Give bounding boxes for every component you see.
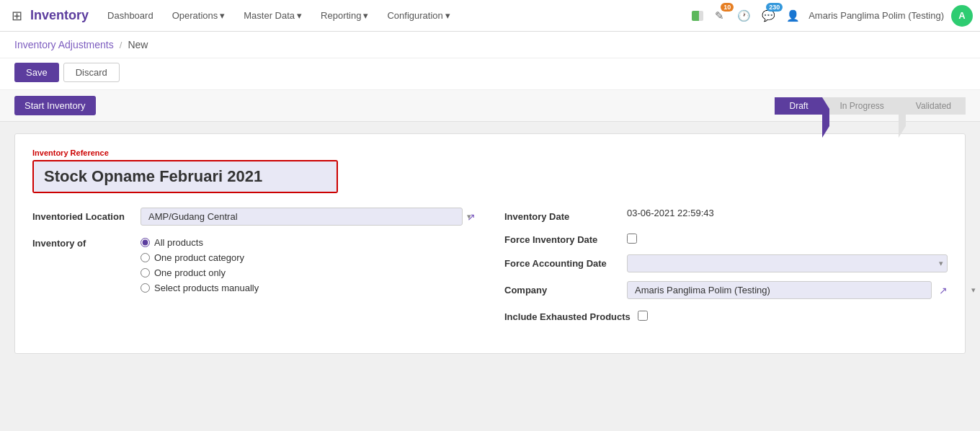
main-content: Inventory Reference Inventoried Location… (0, 122, 980, 365)
chevron-down-icon: ▾ (445, 10, 450, 21)
start-inventory-button[interactable]: Start Inventory (14, 96, 96, 115)
radio-group: All products One product category One pr… (141, 234, 476, 293)
status-steps: Draft In Progress Validated (775, 97, 966, 115)
company-row: Company Amaris Panglima Polim (Testing) … (504, 281, 948, 299)
progress-bar-icon (692, 11, 703, 21)
chat-badge[interactable]: 💬 230 (760, 7, 777, 25)
radio-one-category-input[interactable] (141, 253, 150, 262)
inventory-of-label: Inventory of (32, 234, 133, 249)
clock-badge[interactable]: 🕐 (735, 7, 752, 25)
avatar[interactable]: A (951, 5, 973, 27)
inventoried-location-value: AMP/Gudang Central ▾ ↗ (141, 208, 476, 226)
force-inventory-date-checkbox[interactable] (627, 234, 637, 244)
inventory-date-display: 03-06-2021 22:59:43 (627, 204, 714, 218)
inventory-date-row: Inventory Date 03-06-2021 22:59:43 (504, 208, 948, 222)
clock-icon: 🕐 (735, 7, 752, 25)
external-link-icon[interactable]: ↗ (467, 211, 476, 223)
inventory-date-value: 03-06-2021 22:59:43 (627, 208, 948, 218)
status-step-validated: Validated (899, 97, 966, 115)
include-exhausted-label: Include Exhausted Products (504, 308, 631, 322)
force-accounting-date-select-wrap: ▾ (627, 254, 948, 272)
form-left: Inventoried Location AMP/Gudang Central … (32, 208, 476, 332)
activity-icon: 👤 (784, 7, 801, 25)
user-name[interactable]: Amaris Panglima Polim (Testing) (808, 10, 944, 21)
form-card: Inventory Reference Inventoried Location… (14, 133, 966, 354)
action-bar: Save Discard (0, 58, 980, 90)
company-value: Amaris Panglima Polim (Testing) ▾ ↗ (627, 281, 948, 299)
discard-button[interactable]: Discard (63, 63, 120, 82)
radio-select-manually-input[interactable] (141, 283, 150, 293)
top-navigation: ⊞ Inventory Dashboard Operations ▾ Maste… (0, 0, 980, 32)
include-exhausted-value (638, 308, 948, 323)
nav-dashboard[interactable]: Dashboard (100, 7, 161, 24)
chevron-down-icon: ▾ (297, 10, 302, 21)
activity-badge[interactable]: 👤 (784, 7, 801, 25)
company-external-link-icon[interactable]: ↗ (939, 285, 948, 296)
radio-all-products-label: All products (154, 237, 203, 248)
radio-one-category-label: One product category (154, 252, 244, 263)
company-label: Company (504, 281, 620, 296)
form-grid: Inventoried Location AMP/Gudang Central … (32, 208, 948, 332)
inventory-of-value: All products One product category One pr… (141, 234, 476, 293)
edit-count: 10 (721, 3, 734, 12)
nav-right-section: ✎ 10 🕐 💬 230 👤 Amaris Panglima Polim (Te… (692, 5, 973, 27)
chat-count: 230 (766, 3, 783, 12)
radio-all-products-input[interactable] (141, 238, 150, 247)
inventory-reference-input[interactable] (34, 161, 337, 192)
inventoried-location-select[interactable]: AMP/Gudang Central (141, 208, 463, 226)
radio-one-product-input[interactable] (141, 268, 150, 277)
inventoried-location-select-wrap: AMP/Gudang Central ▾ ↗ (141, 208, 476, 226)
force-accounting-date-label: Force Accounting Date (504, 254, 620, 269)
ref-label: Inventory Reference (32, 148, 948, 157)
radio-one-product-label: One product only (154, 267, 226, 278)
force-accounting-date-select[interactable] (627, 254, 948, 272)
force-inventory-date-value (627, 231, 948, 246)
radio-one-category[interactable]: One product category (141, 252, 476, 263)
breadcrumb: Inventory Adjustments / New (0, 32, 980, 58)
grid-icon[interactable]: ⊞ (7, 6, 26, 25)
force-accounting-date-value: ▾ (627, 254, 948, 272)
breadcrumb-parent[interactable]: Inventory Adjustments (14, 39, 114, 50)
ref-input-wrap (32, 160, 338, 193)
radio-one-product[interactable]: One product only (141, 267, 476, 278)
inventoried-location-row: Inventoried Location AMP/Gudang Central … (32, 208, 476, 226)
force-inventory-date-label: Force Inventory Date (504, 231, 620, 245)
select-arrow-icon-3: ▾ (971, 285, 976, 295)
nav-master-data[interactable]: Master Data ▾ (236, 7, 309, 24)
inventory-of-row: Inventory of All products One product ca… (32, 234, 476, 293)
inventory-date-label: Inventory Date (504, 208, 620, 222)
company-select-wrap: Amaris Panglima Polim (Testing) ▾ ↗ (627, 281, 948, 299)
radio-select-manually-label: Select products manually (154, 283, 259, 293)
include-exhausted-checkbox[interactable] (638, 311, 648, 321)
brand-name: Inventory (30, 8, 89, 23)
radio-all-products[interactable]: All products (141, 237, 476, 248)
company-select[interactable]: Amaris Panglima Polim (Testing) (627, 281, 932, 299)
breadcrumb-separator: / (120, 40, 122, 50)
status-step-draft: Draft (775, 97, 822, 115)
form-right: Inventory Date 03-06-2021 22:59:43 Force… (504, 208, 948, 332)
nav-reporting[interactable]: Reporting ▾ (313, 7, 375, 24)
nav-configuration[interactable]: Configuration ▾ (380, 7, 457, 24)
force-inventory-date-row: Force Inventory Date (504, 231, 948, 246)
status-bar: Start Inventory Draft In Progress Valida… (0, 90, 980, 122)
save-button[interactable]: Save (14, 63, 59, 82)
include-exhausted-row: Include Exhausted Products (504, 308, 948, 323)
chevron-down-icon: ▾ (220, 10, 225, 21)
status-step-in-progress: In Progress (822, 97, 898, 115)
nav-operations[interactable]: Operations ▾ (165, 7, 233, 24)
inventoried-location-label: Inventoried Location (32, 208, 133, 222)
chevron-down-icon: ▾ (363, 10, 368, 21)
breadcrumb-current: New (128, 39, 148, 50)
radio-select-manually[interactable]: Select products manually (141, 283, 476, 293)
edit-badge[interactable]: ✎ 10 (710, 7, 728, 25)
force-accounting-date-row: Force Accounting Date ▾ (504, 254, 948, 272)
